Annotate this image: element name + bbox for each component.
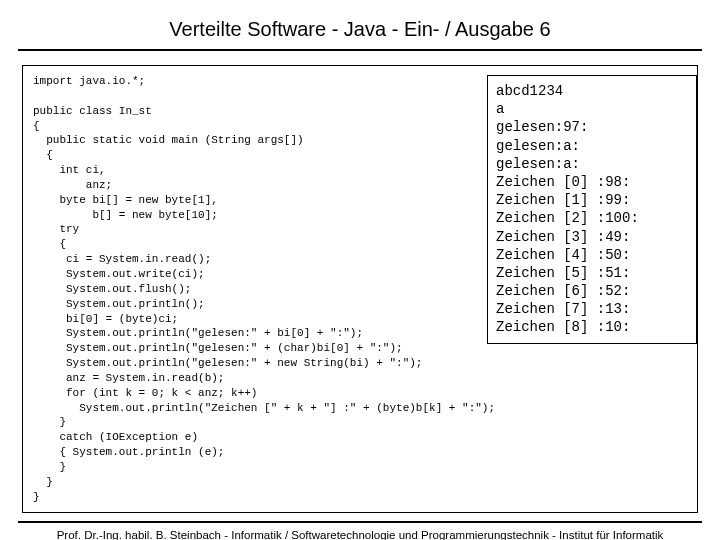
page-title: Verteilte Software - Java - Ein- / Ausga… [0, 0, 720, 49]
program-output: abcd1234 a gelesen:97: gelesen:a: gelese… [487, 75, 697, 344]
content-area: import java.io.*; public class In_st { p… [22, 65, 698, 513]
footer-text: Prof. Dr.-Ing. habil. B. Steinbach - Inf… [0, 523, 720, 540]
title-divider [18, 49, 702, 51]
